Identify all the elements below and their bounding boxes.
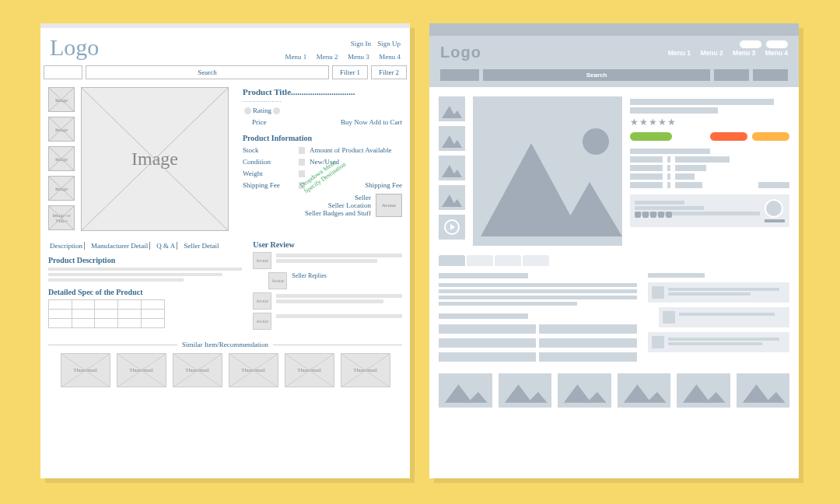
rec-thumbnail[interactable] [618,373,671,408]
filter-2-dropdown[interactable] [753,69,788,81]
info-stock-label: Stock [243,146,299,154]
search-input[interactable]: Search [86,65,329,79]
rating-stars-icon: ★★★★★ [630,117,789,128]
search-input[interactable]: Search [483,69,710,81]
review-card [648,332,789,352]
reviewer-avatar: Avatar [253,313,271,330]
price-badge [630,132,672,141]
recommendation-section [429,373,799,417]
thumbnail-3[interactable]: Image [48,146,75,171]
buy-now-button[interactable]: Buy Now [341,118,368,126]
review-header: User Review [253,240,402,249]
tab-manufacturer[interactable]: Manufacturer Detail [89,242,150,250]
seller-reply-avatar: Avatar [268,272,287,289]
thumbnail-video[interactable] [439,215,465,240]
spec-table [48,299,165,328]
rec-thumbnail[interactable] [677,373,730,408]
rating-dot-icon [273,107,280,114]
svg-marker-38 [445,384,472,402]
menu-item-4[interactable]: Menu 4 [379,53,401,61]
seller-name-label: Seller [305,194,371,201]
main-product-image[interactable]: Image [81,87,229,231]
subtitle-dots: .................... [243,98,402,103]
seller-avatar [765,199,783,218]
spec-header: Detailed Spec of the Product [48,288,242,296]
sign-up-link[interactable]: Sign Up [377,40,401,47]
filter-2-dropdown[interactable]: Filter 2 [371,65,407,79]
rec-thumbnail[interactable] [737,373,790,408]
product-title-placeholder [630,99,774,105]
rec-thumbnail[interactable]: Thumbnail [61,353,110,387]
detail-tabs [429,255,799,266]
rating-label: Rating [253,107,271,114]
price-label: Price [243,118,299,126]
menu-item-1[interactable]: Menu 1 [668,49,691,57]
search-prefix-box [440,69,479,81]
tab-seller-detail[interactable] [523,255,549,266]
rec-thumbnail[interactable] [439,373,492,408]
thumbnail-2[interactable]: Image [48,117,75,142]
tab-seller-detail[interactable]: Seller Detail [182,242,220,250]
thumbnail-1[interactable] [439,96,465,121]
reviews-section [648,271,789,364]
tab-qa[interactable]: Q & A [155,242,177,250]
svg-marker-48 [742,384,769,402]
seller-location-label: Seller Location [305,201,371,209]
buy-now-button[interactable] [710,132,747,141]
rec-thumbnail[interactable] [499,373,552,408]
rec-thumbnail[interactable]: Thumbnail [229,353,278,387]
menu-item-3[interactable]: Menu 3 [348,53,369,61]
detail-tabs: Description Manufacturer Detail Q & A Se… [48,242,242,250]
svg-marker-39 [467,392,487,403]
thumbnail-video[interactable]: Image or Video [48,205,75,230]
svg-marker-43 [586,392,606,403]
rec-thumbnail[interactable]: Thumbnail [173,353,222,387]
filter-1-dropdown[interactable]: Filter 1 [332,65,368,79]
product-info-header: Product Information [243,134,402,142]
thumbnail-1[interactable]: Image [48,87,75,112]
product-title: Product Title...........................… [243,87,402,96]
add-to-cart-button[interactable]: Add to Cart [369,118,403,126]
logo[interactable]: Logo [440,44,481,61]
product-info-header-placeholder [630,149,710,154]
seller-avatar[interactable]: Avatar [376,194,402,217]
rec-thumbnail[interactable]: Thumbnail [117,353,166,387]
add-to-cart-button[interactable] [752,132,789,141]
info-shipping-value: Shipping Fee [365,181,402,189]
filter-1-dropdown[interactable] [714,69,749,81]
rec-thumbnail[interactable]: Thumbnail [285,353,334,387]
tab-qa[interactable] [495,255,521,266]
seller-card[interactable] [630,194,789,227]
menu-item-4[interactable]: Menu 4 [765,49,788,57]
main-product-image[interactable] [473,96,622,246]
menu-item-1[interactable]: Menu 1 [285,53,307,61]
menu-item-2[interactable]: Menu 2 [700,49,723,57]
menu-item-2[interactable]: Menu 2 [317,53,338,61]
tab-description[interactable] [439,255,465,266]
thumbnail-4[interactable]: Image [48,176,75,201]
svg-marker-49 [765,392,785,403]
svg-marker-41 [527,392,547,403]
recommendation-header: Similar Item/Recommendation [182,341,268,348]
logo[interactable]: Logo [50,34,99,61]
seller-reply-card [659,307,789,327]
reviewer-avatar: Avatar [253,292,271,310]
info-weight-label: Weight [243,170,299,177]
thumbnail-3[interactable] [439,156,465,180]
svg-marker-44 [623,384,650,402]
tab-description[interactable]: Description [48,242,85,250]
thumbnail-4[interactable] [439,185,465,210]
reviewer-avatar-icon [663,311,675,324]
auth-links: Sign In Sign Up [278,40,401,47]
rec-thumbnail[interactable]: Thumbnail [341,353,390,387]
rec-thumbnail[interactable] [558,373,611,408]
search-prefix-box [44,65,82,79]
seller-badges-label: Seller Badges and Stuff [305,209,371,217]
tab-manufacturer[interactable] [467,255,493,266]
window-controls [740,40,788,48]
thumbnail-2[interactable] [439,126,465,151]
menu-item-3[interactable]: Menu 3 [733,49,755,57]
main-menu: Menu 1 Menu 2 Menu 3 Menu 4 [660,49,788,57]
sign-in-link[interactable]: Sign In [351,40,371,47]
rating-dot-icon [244,107,251,114]
